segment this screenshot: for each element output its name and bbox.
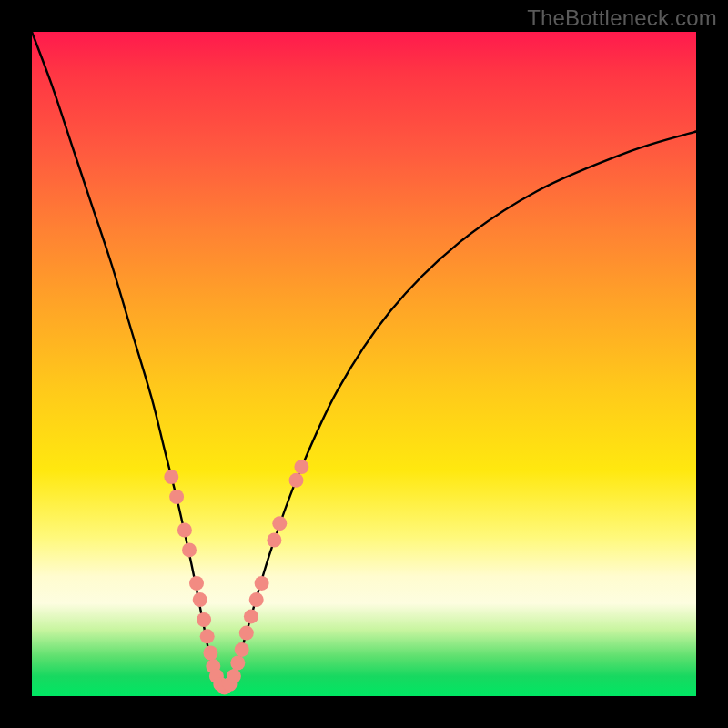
dot bbox=[272, 516, 287, 531]
bottleneck-curve bbox=[32, 32, 696, 690]
dot bbox=[193, 592, 207, 607]
highlight-dots bbox=[164, 460, 308, 694]
dot bbox=[164, 470, 178, 484]
dot bbox=[169, 490, 184, 504]
dot bbox=[244, 609, 258, 623]
dot bbox=[267, 533, 281, 548]
dot bbox=[235, 642, 249, 657]
dot bbox=[294, 460, 308, 474]
dot bbox=[203, 646, 217, 661]
dot bbox=[227, 669, 241, 683]
plot-area bbox=[32, 32, 696, 696]
dot bbox=[230, 656, 245, 671]
dot bbox=[197, 612, 211, 627]
chart-frame: TheBottleneck.com bbox=[0, 0, 728, 728]
dot bbox=[255, 576, 269, 591]
curve-svg bbox=[32, 32, 696, 696]
dot bbox=[289, 473, 304, 488]
dot bbox=[239, 626, 254, 641]
dot bbox=[200, 629, 215, 643]
dot bbox=[189, 576, 204, 591]
watermark-text: TheBottleneck.com bbox=[527, 5, 717, 31]
dot bbox=[182, 542, 197, 557]
dot bbox=[177, 523, 192, 538]
dot bbox=[249, 592, 264, 607]
